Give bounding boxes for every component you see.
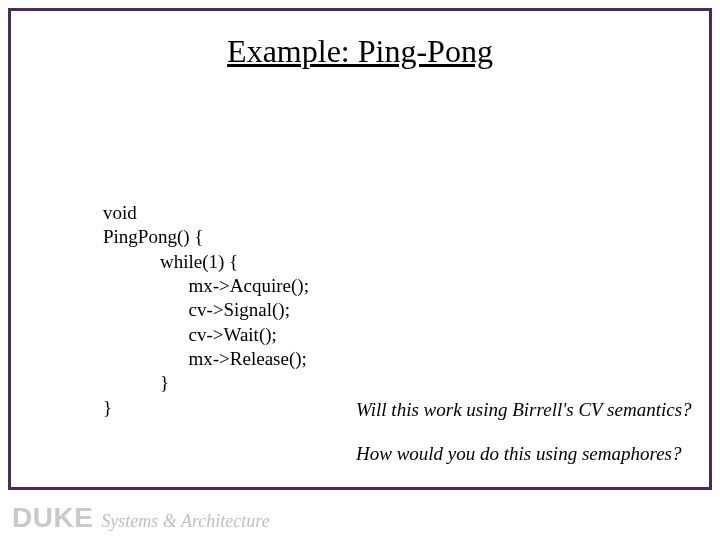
code-line: cv->Wait();: [103, 324, 277, 345]
footer-dept: Systems & Architecture: [101, 511, 269, 532]
code-line: while(1) {: [103, 251, 238, 272]
code-block: void PingPong() { while(1) { mx->Acquire…: [103, 201, 309, 420]
code-line: mx->Release();: [103, 348, 307, 369]
code-line: cv->Signal();: [103, 299, 290, 320]
code-line: mx->Acquire();: [103, 275, 309, 296]
footer: DUKE Systems & Architecture: [12, 502, 270, 534]
slide-title: Example: Ping-Pong: [11, 33, 709, 70]
code-line: void: [103, 202, 137, 223]
code-line: }: [103, 397, 112, 418]
footer-org: DUKE: [12, 502, 93, 534]
question-1: Will this work using Birrell's CV semant…: [356, 399, 692, 421]
slide-frame: Example: Ping-Pong void PingPong() { whi…: [8, 8, 712, 490]
questions-block: Will this work using Birrell's CV semant…: [356, 399, 692, 487]
question-2: How would you do this using semaphores?: [356, 443, 692, 465]
code-line: PingPong() {: [103, 226, 203, 247]
code-line: }: [103, 372, 169, 393]
